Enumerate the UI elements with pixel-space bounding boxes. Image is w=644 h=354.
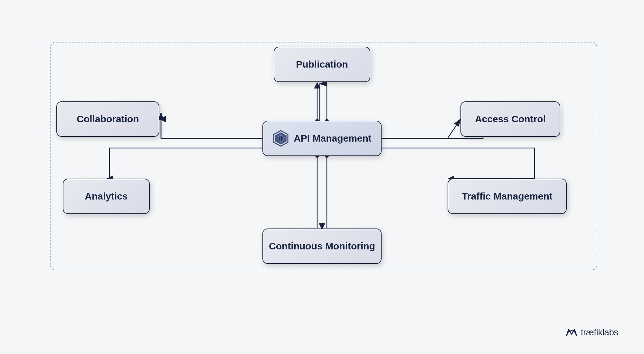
traffic-management-label: Traffic Management	[462, 191, 553, 202]
collaboration-node: Collaboration	[56, 101, 159, 137]
logo-text: træfiklabs	[581, 327, 618, 338]
continuous-monitoring-label: Continuous Monitoring	[269, 241, 375, 252]
api-hex-icon	[272, 130, 289, 147]
traefik-logo-icon	[565, 326, 578, 339]
traffic-management-node: Traffic Management	[448, 179, 567, 214]
access-control-label: Access Control	[475, 114, 546, 125]
publication-node: Publication	[274, 47, 370, 82]
publication-label: Publication	[296, 59, 348, 70]
analytics-label: Analytics	[85, 191, 128, 202]
svg-line-10	[448, 119, 460, 138]
diagram-container: Publication Collaboration Access Control…	[0, 0, 644, 354]
api-management-node: API Management	[262, 121, 382, 156]
access-control-node: Access Control	[460, 101, 560, 137]
collaboration-label: Collaboration	[77, 114, 139, 125]
api-management-label: API Management	[294, 133, 372, 144]
continuous-monitoring-node: Continuous Monitoring	[262, 228, 382, 264]
analytics-node: Analytics	[63, 179, 150, 214]
traefik-logo: træfiklabs	[565, 326, 618, 339]
